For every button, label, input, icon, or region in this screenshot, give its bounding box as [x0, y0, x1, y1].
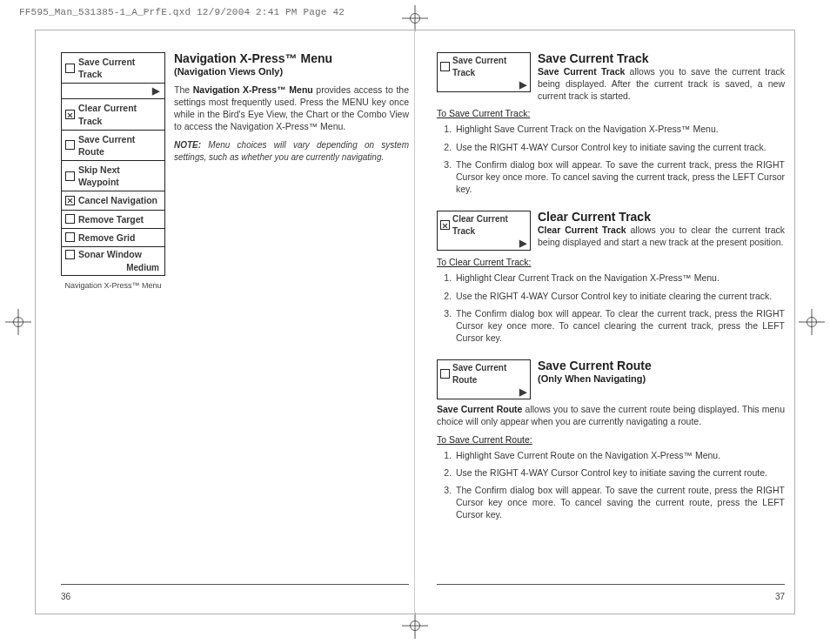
menu-item-label: Sonar Window	[78, 250, 142, 260]
figure-caption: Navigation X-Press™ Menu	[61, 280, 165, 291]
remove-target-icon	[65, 214, 75, 224]
menu-arrow-row: ▶	[62, 84, 164, 99]
menu-item: Clear Current Track	[62, 99, 164, 130]
mini-menu-label: Clear Current Track	[452, 213, 527, 237]
save-track-icon	[440, 62, 450, 71]
intro-block: Navigation X-Press™ Menu (Navigation Vie…	[174, 52, 409, 163]
right-page: Save Current Track ▶ Save Current Track …	[437, 52, 785, 592]
page-number-right: 37	[775, 591, 785, 603]
menu-item-value: Medium	[126, 263, 161, 272]
section-subtitle: (Only When Navigating)	[538, 372, 785, 386]
section-save-track: Save Current Track ▶ Save Current Track …	[437, 52, 785, 195]
menu-item-sonar: Sonar Window Medium	[62, 247, 164, 276]
print-header: FF595_Man_531385-1_A_PrfE.qxd 12/9/2004 …	[19, 7, 345, 17]
menu-item-label: Skip Next Waypoint	[78, 164, 161, 188]
steps-list: Highlight Save Current Route on the Navi…	[437, 449, 785, 521]
menu-item-label: Clear Current Track	[78, 102, 161, 126]
menu-item-label: Save Current Route	[78, 133, 161, 158]
mini-menu-save-route: Save Current Route ▶	[437, 359, 531, 399]
save-route-icon	[440, 369, 450, 379]
menu-item-label: Save Current Track	[78, 56, 161, 80]
note-paragraph: NOTE: Menu choices will vary depending o…	[174, 139, 409, 163]
menu-item: Remove Grid	[62, 229, 164, 247]
page-number-left: 36	[61, 591, 70, 603]
lead-paragraph: Clear Current Track allows you to clear …	[538, 224, 785, 248]
skip-waypoint-icon	[65, 171, 75, 181]
lead-paragraph: Save Current Route allows you to save th…	[437, 403, 785, 427]
howto-heading: To Save Current Track:	[437, 107, 785, 119]
arrow-icon: ▶	[152, 84, 159, 97]
menu-item: Remove Target	[62, 211, 164, 229]
footer-rule	[437, 584, 785, 585]
save-track-icon	[65, 64, 75, 73]
step-item: Highlight Clear Current Track on the Nav…	[454, 272, 785, 284]
arrow-icon: ▶	[438, 387, 530, 399]
cancel-nav-icon	[65, 196, 75, 205]
arrow-icon: ▶	[438, 80, 530, 91]
mini-menu-clear-track: Clear Current Track ▶	[437, 211, 531, 251]
clear-track-icon	[440, 220, 450, 230]
section-title: Save Current Route	[538, 359, 785, 372]
step-item: The Confirm dialog box will appear. To s…	[454, 484, 785, 521]
step-item: The Confirm dialog box will appear. To c…	[454, 307, 785, 345]
section-save-route: Save Current Route ▶ Save Current Route …	[437, 359, 785, 520]
steps-list: Highlight Save Current Track on the Navi…	[437, 123, 785, 195]
menu-item: Skip Next Waypoint	[62, 161, 164, 191]
registration-mark-bottom	[402, 613, 428, 639]
menu-item: Save Current Track	[62, 53, 164, 84]
save-route-icon	[65, 140, 75, 150]
howto-heading: To Clear Current Track:	[437, 256, 785, 268]
step-item: Use the RIGHT 4-WAY Cursor Control key t…	[454, 141, 785, 153]
clear-track-icon	[65, 110, 75, 119]
spine-fold	[414, 30, 415, 614]
remove-grid-icon	[65, 232, 75, 242]
registration-mark-top	[402, 5, 428, 31]
xpress-menu-table: Save Current Track ▶ Clear Current Track…	[61, 52, 165, 276]
menu-item-label: Remove Grid	[78, 231, 135, 244]
step-item: Use the RIGHT 4-WAY Cursor Control key t…	[454, 466, 785, 479]
left-page: Save Current Track ▶ Clear Current Track…	[61, 52, 409, 592]
mini-menu-save-track: Save Current Track ▶	[437, 52, 531, 92]
section-title: Clear Current Track	[538, 211, 785, 224]
howto-heading: To Save Current Route:	[437, 433, 785, 446]
mini-menu-label: Save Current Route	[452, 362, 527, 386]
step-item: The Confirm dialog box will appear. To s…	[454, 158, 785, 196]
registration-mark-right	[799, 309, 825, 335]
registration-mark-left	[5, 309, 31, 335]
arrow-icon: ▶	[438, 238, 530, 250]
menu-item-label: Cancel Navigation	[78, 194, 157, 206]
mini-menu-label: Save Current Track	[452, 55, 527, 78]
section-title: Save Current Track	[538, 52, 785, 65]
step-item: Use the RIGHT 4-WAY Cursor Control key t…	[454, 290, 785, 302]
steps-list: Highlight Clear Current Track on the Nav…	[437, 272, 785, 344]
xpress-menu-figure: Save Current Track ▶ Clear Current Track…	[61, 52, 165, 292]
page-subtitle: (Navigation Views Only)	[174, 65, 409, 78]
lead-paragraph: Save Current Track allows you to save th…	[538, 65, 785, 103]
menu-item-label: Remove Target	[78, 213, 144, 225]
footer-rule	[61, 584, 409, 585]
intro-paragraph: The Navigation X-Press™ Menu provides ac…	[174, 84, 409, 133]
step-item: Highlight Save Current Route on the Navi…	[454, 449, 785, 461]
menu-item: Cancel Navigation	[62, 191, 164, 210]
sonar-icon	[65, 250, 75, 259]
page-title: Navigation X-Press™ Menu	[174, 52, 409, 65]
step-item: Highlight Save Current Track on the Navi…	[454, 123, 785, 135]
section-clear-track: Clear Current Track ▶ Clear Current Trac…	[437, 211, 785, 344]
menu-item: Save Current Route	[62, 131, 164, 161]
